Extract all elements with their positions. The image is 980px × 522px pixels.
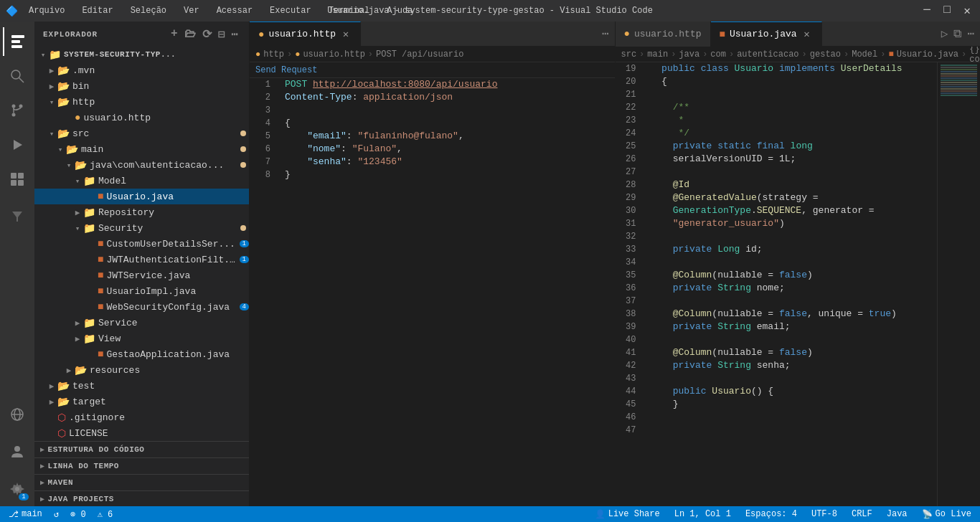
tree-item-usuario-http[interactable]: ▶ ● usuario.http [34, 110, 249, 125]
send-request-bar[interactable]: Send Request [250, 62, 615, 78]
estrutura-header[interactable]: ▶ ESTRUTURA DO CÓDIGO [34, 442, 249, 457]
go-live-item[interactable]: 📡 Go Live [919, 506, 974, 522]
tree-item-license[interactable]: ▶ ⬡ LICENSE [34, 425, 249, 441]
tree-item-view[interactable]: ▶ 📁 View [34, 331, 249, 346]
tree-item-security[interactable]: ▾ 📁 Security [34, 220, 249, 236]
branch-item[interactable]: ⎇ main [6, 506, 45, 522]
sync-item[interactable]: ↺ [51, 506, 62, 522]
tab-usuario-http-close[interactable]: ✕ [340, 28, 352, 40]
activity-remote[interactable] [3, 400, 32, 429]
svg-point-7 [19, 105, 23, 108]
http-code-editor[interactable]: 1 POST http://localhost:8080/api/usuario… [250, 78, 615, 506]
collapse-icon[interactable]: ⊟ [217, 26, 227, 43]
bc-right-com[interactable]: com [710, 49, 726, 60]
new-file-icon[interactable]: + [169, 26, 180, 43]
bc-right-src[interactable]: src [621, 49, 637, 60]
tree-item-mvn[interactable]: ▶ 📂 .mvn [34, 62, 249, 78]
send-request-label[interactable]: Send Request [255, 65, 317, 75]
tree-item-repository[interactable]: ▶ 📁 Repository [34, 204, 249, 220]
minimize-icon[interactable]: ─ [920, 4, 934, 18]
security-label: Security [98, 223, 240, 234]
activity-run[interactable] [3, 130, 32, 159]
menu-editar[interactable]: Editar [79, 4, 116, 17]
menu-arquivo[interactable]: Arquivo [26, 4, 67, 17]
more-actions-right-icon[interactable]: ⋯ [967, 27, 974, 41]
tree-item-gitignore[interactable]: ▶ ⬡ .gitignore [34, 409, 249, 425]
tab-right-java-close[interactable]: ✕ [801, 28, 813, 40]
gitignore-label: .gitignore [69, 412, 249, 423]
http-line-2: 2 Content-Type: application/json [250, 91, 615, 104]
tree-item-usuario-java[interactable]: ▶ ■ Usuario.java [34, 189, 249, 204]
bc-right-class[interactable]: {} com.au... [969, 47, 980, 62]
tree-item-java-com[interactable]: ▾ 📂 java\com\autenticacao... [34, 157, 249, 173]
tree-item-test[interactable]: ▶ 📂 test [34, 378, 249, 394]
tab-usuario-http[interactable]: ● usuario.http ✕ [250, 22, 361, 47]
close-icon[interactable]: ✕ [960, 4, 974, 18]
encoding-item[interactable]: UTF-8 [809, 506, 840, 522]
run-file-icon[interactable]: ▷ [941, 27, 948, 41]
java-projects-header[interactable]: ▶ JAVA PROJECTS [34, 491, 249, 506]
service-folder-icon: 📁 [83, 317, 95, 329]
bc-right-model[interactable]: Model [852, 49, 877, 60]
linha-header[interactable]: ▶ LINHA DO TEMPO [34, 458, 249, 474]
bc-right-java[interactable]: java [679, 49, 699, 60]
window-controls[interactable]: ─ □ ✕ [920, 4, 974, 18]
activity-settings[interactable]: 1 [3, 475, 32, 503]
tree-item-bin[interactable]: ▶ 📂 bin [34, 78, 249, 94]
tree-item-websecurity[interactable]: ▶ ■ WebSecurityConfig.java 4 [34, 299, 249, 315]
errors-item[interactable]: ⊗ 0 [67, 506, 89, 522]
tree-item-src[interactable]: ▾ 📂 src [34, 125, 249, 141]
more-actions-icon[interactable]: ⋯ [230, 26, 240, 43]
java-com-chevron: ▾ [63, 161, 75, 170]
activity-account[interactable] [3, 437, 32, 466]
bc-right-autenticacao[interactable]: autenticacao [737, 49, 798, 60]
tree-item-target[interactable]: ▶ 📂 target [34, 394, 249, 409]
tree-item-jwtservice[interactable]: ▶ ■ JWTService.java [34, 267, 249, 283]
language-item[interactable]: Java [884, 506, 910, 522]
tab-more-icon[interactable]: ⋯ [602, 27, 609, 41]
split-editor-icon[interactable]: ⧉ [953, 27, 961, 41]
activity-explorer[interactable] [3, 27, 32, 56]
tree-item-main[interactable]: ▾ 📂 main [34, 141, 249, 157]
tab-right-usuariohttp[interactable]: ● usuario.http [616, 22, 711, 47]
line-ending-item[interactable]: CRLF [849, 506, 875, 522]
maven-header[interactable]: ▶ MAVEN [34, 475, 249, 490]
menu-executar[interactable]: Executar [267, 4, 314, 17]
svg-rect-13 [18, 180, 24, 186]
tree-item-gestaoapp[interactable]: ▶ ■ GestaoApplication.java [34, 346, 249, 362]
menu-acessar[interactable]: Acessar [214, 4, 255, 17]
menu-ver[interactable]: Ver [181, 4, 202, 17]
bc-right-main[interactable]: main [647, 49, 668, 60]
bc-http[interactable]: http [263, 49, 284, 60]
tree-item-resources[interactable]: ▶ 📂 resources [34, 362, 249, 378]
warnings-item[interactable]: ⚠ 6 [95, 506, 116, 522]
tree-item-jwtauthfilter[interactable]: ▶ ■ JWTAuthenticationFilt... 1 [34, 252, 249, 267]
java-code-editor[interactable]: 19 public class Usuario implements UserD… [616, 62, 938, 506]
activity-search[interactable] [3, 62, 32, 90]
refresh-icon[interactable]: ⟳ [201, 26, 214, 43]
tree-item-usuarioimpl[interactable]: ▶ ■ UsuarioImpl.java [34, 283, 249, 299]
bc-post[interactable]: POST /api/usuario [376, 49, 463, 60]
tree-item-service[interactable]: ▶ 📁 Service [34, 315, 249, 331]
maximize-icon[interactable]: □ [940, 4, 954, 18]
tab-right-usuariojava[interactable]: ■ Usuario.java ✕ [711, 22, 822, 47]
live-share-item[interactable]: 👤 Live Share [592, 506, 663, 522]
tree-item-model[interactable]: ▾ 📁 Model [34, 173, 249, 189]
tree-item-customuserdetails[interactable]: ▶ ■ CustomUserDetailsSer... 1 [34, 236, 249, 252]
tree-item-http[interactable]: ▾ 📂 http [34, 94, 249, 110]
java-projects-chevron: ▶ [40, 495, 45, 503]
http-linecontent-1: POST http://localhost:8080/api/usuario [282, 78, 615, 91]
activity-test[interactable] [3, 202, 32, 231]
java-projects-label: JAVA PROJECTS [48, 495, 114, 503]
bc-right-gestao[interactable]: gestao [810, 49, 841, 60]
activity-extensions[interactable] [3, 165, 32, 194]
bc-right-usuariojava[interactable]: Usuario.java [897, 49, 958, 60]
activity-source-control[interactable] [3, 96, 32, 125]
sidebar-header-icons[interactable]: + 🗁 ⟳ ⊟ ⋯ [169, 26, 240, 43]
bc-usuariohttp[interactable]: usuario.http [303, 49, 364, 60]
spaces-item[interactable]: Espaços: 4 [743, 506, 800, 522]
tree-root[interactable]: ▾ 📁 SYSTEM-SECURITY-TYP... [34, 47, 249, 62]
menu-selecao[interactable]: Seleção [128, 4, 169, 17]
position-item[interactable]: Ln 1, Col 1 [672, 506, 734, 522]
new-folder-icon[interactable]: 🗁 [183, 26, 198, 43]
